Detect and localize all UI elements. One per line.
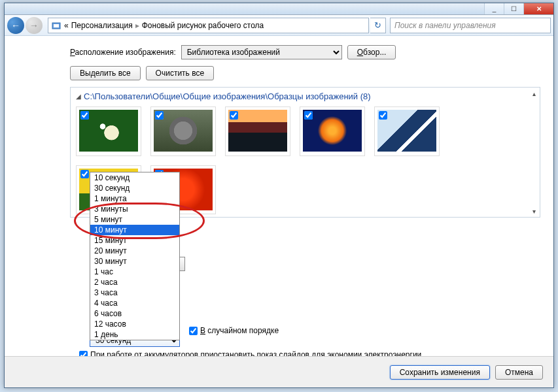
thumbnail[interactable] <box>150 106 216 156</box>
personalization-window: _ ☐ ✕ ← → « Персонализация ▸ Фоновый рис… <box>4 3 554 388</box>
interval-option[interactable]: 2 часа <box>90 277 179 287</box>
back-button[interactable]: ← <box>7 17 24 34</box>
interval-option[interactable]: 3 часа <box>90 287 179 298</box>
forward-button[interactable]: → <box>26 17 43 34</box>
interval-option[interactable]: 12 часов <box>90 319 179 329</box>
interval-option[interactable]: 30 минут <box>90 256 179 267</box>
thumbnail-checkbox[interactable] <box>304 111 313 120</box>
shuffle-checkbox[interactable] <box>189 327 198 335</box>
image-location-select[interactable]: Библиотека изображений <box>181 45 342 59</box>
interval-option[interactable]: 6 часов <box>90 308 179 319</box>
collapse-icon[interactable]: ◢ <box>76 93 81 100</box>
thumbnail-checkbox[interactable] <box>80 170 89 178</box>
interval-option[interactable]: 10 минут <box>90 225 179 235</box>
window-titlebar: _ ☐ ✕ <box>5 3 553 15</box>
interval-option[interactable]: 4 часа <box>90 298 179 308</box>
interval-option[interactable]: 1 минута <box>90 193 179 204</box>
folder-icon <box>51 20 61 31</box>
crumb-wallpaper[interactable]: Фоновый рисунок рабочего стола <box>142 21 264 30</box>
svg-rect-1 <box>54 24 59 27</box>
thumbnail[interactable] <box>374 106 440 156</box>
thumbnail[interactable] <box>300 106 365 156</box>
shuffle-label: В случайном порядке <box>200 326 279 335</box>
chevron-right-icon: ▸ <box>135 21 139 30</box>
interval-option[interactable]: 20 минут <box>90 246 179 256</box>
location-label: Расположение изображения: <box>70 48 176 57</box>
thumbnail[interactable] <box>76 106 141 156</box>
breadcrumb-bar[interactable]: « Персонализация ▸ Фоновый рисунок рабоч… <box>48 18 369 33</box>
scroll-up-button[interactable]: ▴ <box>529 89 538 98</box>
select-all-button[interactable]: Выделить все <box>70 66 141 80</box>
thumbnail-checkbox[interactable] <box>155 111 164 120</box>
interval-dropdown-list[interactable]: 10 секунд30 секунд1 минута3 минуты5 мину… <box>90 172 180 340</box>
maximize-button[interactable]: ☐ <box>504 3 523 14</box>
browse-button[interactable]: Обзор... <box>347 45 396 59</box>
interval-option[interactable]: 1 час <box>90 267 179 277</box>
search-input[interactable]: Поиск в панели управления <box>390 18 551 33</box>
cancel-button[interactable]: Отмена <box>495 365 543 380</box>
interval-option[interactable]: 5 минут <box>90 214 179 225</box>
thumbnail-checkbox[interactable] <box>379 111 387 120</box>
gallery-path[interactable]: C:\Пользователи\Общие\Общие изображения\… <box>84 91 371 101</box>
scroll-down-button[interactable]: ▾ <box>529 206 538 216</box>
interval-option[interactable]: 30 секунд <box>90 183 179 193</box>
thumbnail-checkbox[interactable] <box>230 111 238 120</box>
save-button[interactable]: Сохранить изменения <box>390 365 490 380</box>
refresh-button[interactable]: ↻ <box>370 18 386 33</box>
navigation-bar: ← → « Персонализация ▸ Фоновый рисунок р… <box>5 15 553 36</box>
interval-option[interactable]: 10 секунд <box>90 172 179 183</box>
interval-option[interactable]: 1 день <box>90 329 179 340</box>
thumbnail[interactable] <box>225 106 290 156</box>
dialog-footer: Сохранить изменения Отмена <box>5 356 553 387</box>
crumb-prefix: « <box>64 21 69 30</box>
close-button[interactable]: ✕ <box>523 3 553 14</box>
content-pane: Расположение изображения: Библиотека изо… <box>5 36 553 356</box>
crumb-personalization[interactable]: Персонализация <box>71 21 133 30</box>
clear-all-button[interactable]: Очистить все <box>146 66 214 80</box>
interval-option[interactable]: 3 минуты <box>90 204 179 214</box>
thumbnail-checkbox[interactable] <box>80 111 89 120</box>
minimize-button[interactable]: _ <box>484 3 504 14</box>
interval-option[interactable]: 15 минут <box>90 235 179 246</box>
